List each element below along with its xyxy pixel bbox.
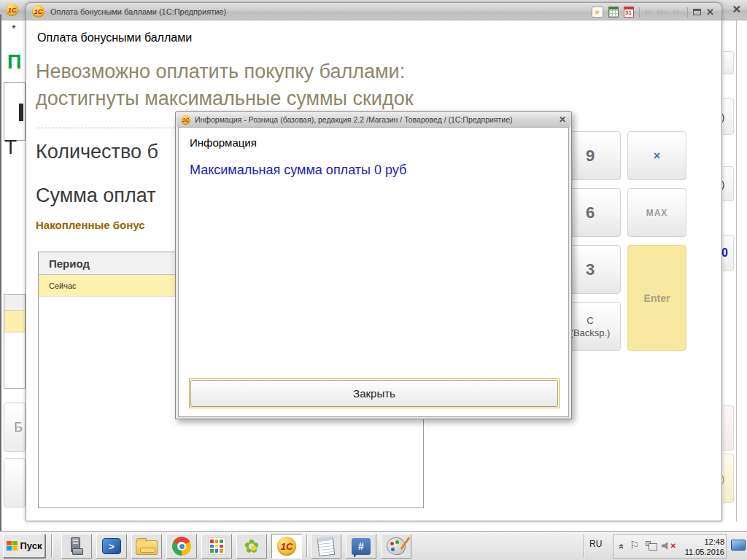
memory-m-minus-button[interactable]: M- [673,8,682,17]
warning-line-2: достигнуты максимальные суммы скидок [36,88,413,110]
taskbar-item-explorer[interactable] [131,534,162,559]
keypad-enter-button[interactable]: Enter [627,245,686,351]
volume-muted-icon[interactable]: ✕ [662,540,676,551]
window-close-button[interactable]: ✕ [706,7,714,18]
folder-icon [136,540,158,555]
close-dialog-button[interactable]: Закрыть [190,380,558,407]
network-icon[interactable] [646,541,657,551]
powershell-icon: > [102,538,121,554]
background-button-fragment[interactable] [4,458,26,508]
info-dialog-body: Информация Максимальная сумма оплаты 0 р… [178,127,569,417]
background-modified-indicator: * [12,22,16,34]
background-table-fragment [4,294,26,389]
background-button-fragment[interactable] [723,405,734,451]
background-button-fragment[interactable] [723,51,734,74]
taskbar-item-notepad[interactable] [311,534,341,559]
separator [687,7,688,18]
calendar-icon[interactable]: 31 [624,7,634,18]
keypad-max-button[interactable]: MAX [627,188,686,237]
info-dialog-titlebar: 1С Информация - Розница (базовая), редак… [177,112,570,127]
window-title: Оплата бонусными баллами (1С:Предприятие… [50,7,226,16]
notepad-icon [317,536,335,556]
background-field-fragment [4,82,26,141]
background-button-fragment[interactable]: ) [723,454,734,503]
maximize-button[interactable] [693,9,701,15]
memory-m-button[interactable]: M [645,8,651,17]
window-1c-icon: 1С [32,5,44,18]
memory-m-plus-button[interactable]: M+ [657,8,668,17]
background-window-border [0,15,1,531]
background-table-header [4,295,25,311]
taskbar-item-chrome[interactable] [166,534,197,559]
taskbar-item-1c-active[interactable]: 1С [271,534,302,559]
background-button-fragment[interactable]: ) [723,98,734,135]
windows-logo-icon [7,541,18,551]
background-table-row [4,311,25,332]
show-desktop-icon[interactable] [731,540,746,551]
flag-icon[interactable]: ⚐ [630,539,639,552]
chrome-icon [172,537,191,556]
close-button-focus-ring: Закрыть [189,378,560,408]
quantity-heading: Количество б [36,141,185,163]
page-title: Оплата бонусными баллами [37,31,192,44]
accumulated-bonuses-heading: Накопленные бонус [36,219,182,231]
taskbar: Пуск > ✿ 1С # [0,531,747,560]
paint-palette-icon [387,537,406,555]
tray-time: 12:48 [704,537,724,546]
dialog-title: Информация - Розница (базовая), редакция… [195,115,554,124]
dialog-message: Максимальная сумма оплаты 0 руб [190,163,406,178]
dialog-1c-icon: 1С [181,115,190,125]
language-indicator[interactable]: RU [589,539,602,549]
apps-grid-icon [208,537,225,555]
star-icon: ★ [594,9,600,16]
hash-chat-icon: # [352,538,371,555]
tray-expand-chevron-icon[interactable]: » [615,544,626,549]
1c-icon: 1С [277,537,296,556]
background-button-fragment[interactable]: Б [4,402,26,452]
background-right-panel: ) ) 0 ) [722,20,747,521]
keypad-multiply-button[interactable]: × [627,131,686,180]
info-dialog: 1С Информация - Розница (базовая), редак… [175,111,572,419]
clock[interactable]: 12:48 11.05.2016 [681,537,724,557]
payment-window-titlebar: 1С Оплата бонусными баллами (1С:Предприя… [26,2,722,20]
taskbar-item-messenger[interactable]: # [346,534,376,559]
taskbar-item-paint[interactable] [381,534,411,559]
background-panel-divider [736,20,737,521]
app-1c-icon: 1С [6,4,18,16]
start-button[interactable]: Пуск [3,534,45,558]
taskbar-separator [51,534,52,557]
tray-separator [584,534,584,557]
app-close-button[interactable]: ✕ [732,3,741,16]
taskbar-separator [306,534,307,557]
favorites-button[interactable]: ★ [592,7,603,18]
separator [639,7,640,18]
taskbar-item-icq[interactable]: ✿ [236,534,267,559]
background-heading-fragment: П [7,51,21,74]
icq-flower-icon: ✿ [244,537,260,556]
background-button-fragment[interactable]: ) [723,166,734,201]
taskbar-item-computer[interactable] [61,534,92,559]
computer-icon [69,537,84,555]
warning-line-1: Невозможно оплатить покупку баллами: [36,61,405,83]
screen: 1С ✕ * П Т Б ) ) 0 ) 1С Оплата бонусными… [0,0,747,560]
system-tray: » ⚐ ✕ 12:48 11.05.2016 [613,534,727,559]
taskbar-item-apps-grid[interactable] [201,534,232,559]
taskbar-item-powershell[interactable]: > [96,534,127,559]
tray-date: 11.05.2016 [685,548,724,556]
sum-heading: Сумма оплат [36,184,185,207]
background-label-fragment: Т [4,136,17,159]
dialog-heading: Информация [190,136,257,149]
dialog-close-button[interactable]: ✕ [559,114,566,125]
calculator-icon[interactable] [608,7,619,18]
background-button-fragment[interactable]: 0 [723,235,734,271]
background-glyph-fragment [19,104,23,121]
window-controls: ★ 31 M M+ M- ✕ [592,3,715,21]
